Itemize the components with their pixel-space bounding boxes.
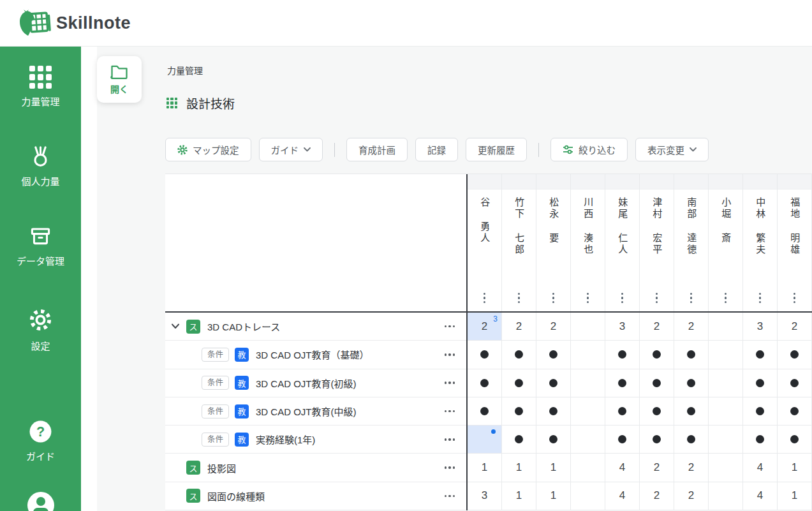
matrix-cell[interactable]: 3 (743, 313, 778, 341)
row-header[interactable]: 条件教実務経験(1年) (165, 426, 466, 454)
matrix-cell[interactable] (674, 341, 709, 369)
matrix-cell[interactable] (778, 369, 812, 397)
chevron-down-icon[interactable] (171, 323, 180, 329)
sidebar-item-personal-skill[interactable]: 個人力量 (0, 145, 81, 188)
matrix-cell[interactable] (468, 369, 502, 397)
training-plan-button[interactable]: 育成計画 (346, 138, 408, 161)
matrix-cell[interactable]: 4 (743, 454, 778, 482)
user-avatar[interactable] (27, 492, 54, 511)
row-header[interactable]: ス図面の線種類 (165, 482, 466, 510)
matrix-cell[interactable]: 3 (468, 482, 502, 510)
matrix-cell[interactable] (640, 426, 674, 454)
breadcrumb[interactable]: 力量管理 (167, 64, 203, 77)
row-header[interactable]: ス投影図 (165, 454, 466, 482)
matrix-cell[interactable] (674, 426, 709, 454)
matrix-cell[interactable] (536, 369, 571, 397)
matrix-cell[interactable] (640, 369, 674, 397)
matrix-cell[interactable]: 1 (778, 482, 812, 510)
member-menu-kebab-icon[interactable] (723, 291, 729, 306)
matrix-cell[interactable] (640, 341, 674, 369)
matrix-cell[interactable] (536, 341, 571, 369)
matrix-cell[interactable] (709, 454, 743, 482)
matrix-cell[interactable] (502, 426, 536, 454)
matrix-cell[interactable]: 2 (674, 482, 709, 510)
matrix-cell[interactable] (709, 482, 743, 510)
map-settings-button[interactable]: マップ設定 (165, 138, 251, 161)
matrix-cell[interactable] (502, 341, 536, 369)
matrix-cell[interactable]: 4 (743, 482, 778, 510)
matrix-cell[interactable]: 4 (605, 482, 640, 510)
matrix-cell[interactable] (743, 426, 778, 454)
member-menu-kebab-icon[interactable] (585, 291, 591, 306)
matrix-cell[interactable]: 1 (502, 454, 536, 482)
matrix-cell[interactable] (571, 313, 605, 341)
member-menu-kebab-icon[interactable] (482, 291, 488, 306)
matrix-cell[interactable] (468, 341, 502, 369)
member-column-header[interactable]: 谷 勇人 (468, 174, 502, 311)
matrix-cell[interactable] (571, 454, 605, 482)
member-column-header[interactable]: 竹下 七郎 (502, 174, 536, 311)
matrix-cell[interactable]: 2 (536, 313, 571, 341)
matrix-cell[interactable]: 2 (502, 313, 536, 341)
row-header[interactable]: 条件教3D CAD OJT教育(中級) (165, 397, 466, 426)
update-history-button[interactable]: 更新履歴 (466, 138, 527, 161)
matrix-cell[interactable] (778, 426, 812, 454)
guide-dropdown-button[interactable]: ガイド (259, 138, 323, 161)
row-menu-kebab-icon[interactable] (443, 408, 457, 415)
matrix-cell[interactable] (502, 397, 536, 426)
member-column-header[interactable]: 小堀 斎 (709, 174, 743, 311)
matrix-cell[interactable] (743, 397, 778, 426)
open-panel-button[interactable]: 開く (97, 56, 142, 103)
matrix-cell[interactable]: 2 (640, 313, 674, 341)
record-button[interactable]: 記録 (415, 138, 458, 161)
matrix-cell[interactable]: 1 (536, 482, 571, 510)
member-column-header[interactable]: 松永 要 (536, 174, 571, 311)
matrix-cell[interactable] (709, 397, 743, 426)
member-column-header[interactable]: 川西 湊也 (571, 174, 605, 311)
matrix-cell[interactable] (605, 426, 640, 454)
member-menu-kebab-icon[interactable] (550, 291, 557, 306)
member-menu-kebab-icon[interactable] (757, 291, 764, 306)
matrix-cell[interactable] (571, 426, 605, 454)
matrix-cell[interactable]: 1 (468, 454, 502, 482)
member-menu-kebab-icon[interactable] (516, 291, 522, 306)
matrix-cell[interactable] (709, 369, 743, 397)
matrix-cell[interactable] (709, 313, 743, 341)
sidebar-item-guide[interactable]: ? ガイド (0, 420, 81, 463)
member-column-header[interactable]: 南部 達徳 (674, 174, 709, 311)
matrix-cell[interactable] (571, 341, 605, 369)
sidebar-item-data-management[interactable]: データ管理 (0, 225, 81, 267)
display-change-dropdown-button[interactable]: 表示変更 (635, 138, 709, 161)
row-menu-kebab-icon[interactable] (443, 379, 457, 387)
row-header[interactable]: 条件教3D CAD OJT教育（基礎） (165, 341, 466, 369)
matrix-cell[interactable] (468, 426, 502, 454)
matrix-cell[interactable] (778, 397, 812, 426)
filter-button[interactable]: 絞り込む (550, 138, 628, 161)
matrix-cell[interactable]: 2 (674, 313, 709, 341)
matrix-cell[interactable]: 2 (640, 482, 674, 510)
row-header[interactable]: ス3D CADトレース (165, 313, 466, 341)
row-menu-kebab-icon[interactable] (443, 351, 457, 359)
member-column-header[interactable]: 津村 宏平 (640, 174, 674, 311)
matrix-cell[interactable] (502, 369, 536, 397)
matrix-cell[interactable] (743, 369, 778, 397)
matrix-cell[interactable] (674, 369, 709, 397)
matrix-cell[interactable] (709, 341, 743, 369)
row-menu-kebab-icon[interactable] (443, 436, 457, 443)
matrix-cell[interactable] (640, 397, 674, 426)
matrix-cell[interactable]: 2 (778, 313, 812, 341)
matrix-cell[interactable] (468, 397, 502, 426)
member-menu-kebab-icon[interactable] (688, 291, 695, 306)
matrix-cell[interactable]: 23 (468, 313, 502, 341)
matrix-cell[interactable] (778, 341, 812, 369)
member-column-header[interactable]: 妹尾 仁人 (605, 174, 640, 311)
matrix-cell[interactable] (674, 397, 709, 426)
skillnote-logo[interactable]: Skillnote (18, 9, 131, 37)
matrix-cell[interactable]: 3 (605, 313, 640, 341)
matrix-cell[interactable]: 4 (605, 454, 640, 482)
matrix-cell[interactable] (605, 341, 640, 369)
matrix-cell[interactable] (536, 397, 571, 426)
member-menu-kebab-icon[interactable] (654, 291, 660, 306)
matrix-cell[interactable]: 1 (502, 482, 536, 510)
row-menu-kebab-icon[interactable] (443, 323, 457, 330)
